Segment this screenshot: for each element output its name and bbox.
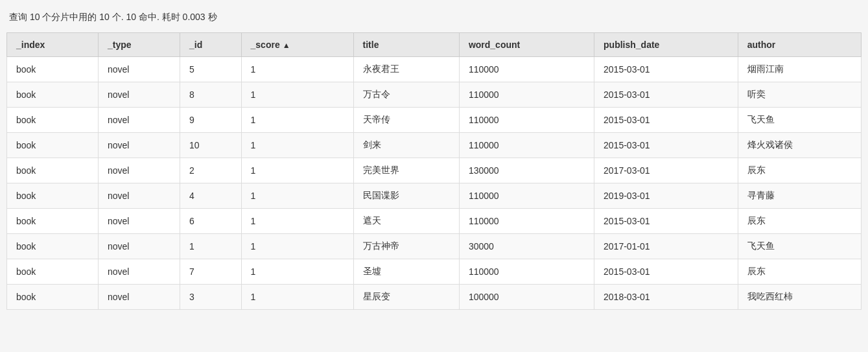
column-header-title: title [353, 33, 459, 57]
table-row: booknovel41民国谍影1100002019-03-01寻青藤 [7, 183, 862, 209]
cell-author: 听奕 [738, 82, 861, 108]
cell-_id: 4 [180, 183, 241, 209]
cell-_type: novel [98, 234, 180, 259]
table-row: booknovel61遮天1100002015-03-01辰东 [7, 209, 862, 234]
cell-word_count: 30000 [459, 234, 594, 259]
cell-word_count: 110000 [459, 108, 594, 133]
cell-_id: 7 [180, 259, 241, 285]
cell-_id: 9 [180, 108, 241, 133]
cell-_score: 1 [241, 57, 353, 82]
cell-publish_date: 2017-03-01 [594, 158, 738, 183]
cell-publish_date: 2018-03-01 [594, 285, 738, 310]
cell-_id: 8 [180, 82, 241, 108]
cell-_type: novel [98, 183, 180, 209]
cell-word_count: 110000 [459, 82, 594, 108]
cell-word_count: 100000 [459, 285, 594, 310]
cell-word_count: 110000 [459, 259, 594, 285]
cell-title: 遮天 [353, 209, 459, 234]
cell-title: 天帝传 [353, 108, 459, 133]
cell-title: 万古神帝 [353, 234, 459, 259]
table-row: booknovel81万古令1100002015-03-01听奕 [7, 82, 862, 108]
cell-publish_date: 2015-03-01 [594, 82, 738, 108]
cell-_index: book [7, 82, 99, 108]
cell-_type: novel [98, 133, 180, 158]
column-header-_type: _type [98, 33, 180, 57]
cell-_score: 1 [241, 108, 353, 133]
cell-publish_date: 2015-03-01 [594, 209, 738, 234]
cell-_index: book [7, 259, 99, 285]
cell-title: 民国谍影 [353, 183, 459, 209]
cell-_score: 1 [241, 285, 353, 310]
cell-_type: novel [98, 209, 180, 234]
cell-_index: book [7, 285, 99, 310]
cell-_type: novel [98, 158, 180, 183]
cell-_index: book [7, 57, 99, 82]
cell-author: 辰东 [738, 209, 861, 234]
column-header-_id: _id [180, 33, 241, 57]
cell-_score: 1 [241, 183, 353, 209]
cell-author: 烟雨江南 [738, 57, 861, 82]
cell-_index: book [7, 108, 99, 133]
cell-_index: book [7, 234, 99, 259]
cell-publish_date: 2019-03-01 [594, 183, 738, 209]
cell-_score: 1 [241, 209, 353, 234]
table-body: booknovel51永夜君王1100002015-03-01烟雨江南bookn… [7, 57, 862, 310]
cell-_index: book [7, 183, 99, 209]
cell-publish_date: 2015-03-01 [594, 133, 738, 158]
cell-_score: 1 [241, 259, 353, 285]
cell-_id: 3 [180, 285, 241, 310]
cell-_score: 1 [241, 133, 353, 158]
cell-author: 飞天鱼 [738, 108, 861, 133]
cell-title: 完美世界 [353, 158, 459, 183]
cell-word_count: 110000 [459, 133, 594, 158]
table-row: booknovel101剑来1100002015-03-01烽火戏诸侯 [7, 133, 862, 158]
cell-_id: 5 [180, 57, 241, 82]
cell-author: 辰东 [738, 158, 861, 183]
cell-title: 万古令 [353, 82, 459, 108]
cell-_index: book [7, 133, 99, 158]
cell-_id: 1 [180, 234, 241, 259]
cell-author: 我吃西红柿 [738, 285, 861, 310]
cell-_id: 10 [180, 133, 241, 158]
cell-author: 寻青藤 [738, 183, 861, 209]
cell-_type: novel [98, 108, 180, 133]
cell-word_count: 110000 [459, 209, 594, 234]
cell-publish_date: 2017-01-01 [594, 234, 738, 259]
cell-word_count: 110000 [459, 57, 594, 82]
cell-_type: novel [98, 259, 180, 285]
table-row: booknovel21完美世界1300002017-03-01辰东 [7, 158, 862, 183]
cell-author: 烽火戏诸侯 [738, 133, 861, 158]
column-header-word_count: word_count [459, 33, 594, 57]
cell-_id: 6 [180, 209, 241, 234]
table-row: booknovel11万古神帝300002017-01-01飞天鱼 [7, 234, 862, 259]
cell-title: 星辰变 [353, 285, 459, 310]
cell-publish_date: 2015-03-01 [594, 57, 738, 82]
cell-title: 永夜君王 [353, 57, 459, 82]
cell-_score: 1 [241, 82, 353, 108]
cell-_id: 2 [180, 158, 241, 183]
table-header-row: _index_type_id_score▲titleword_countpubl… [7, 33, 862, 57]
cell-publish_date: 2015-03-01 [594, 108, 738, 133]
cell-_index: book [7, 158, 99, 183]
cell-_type: novel [98, 82, 180, 108]
cell-author: 辰东 [738, 259, 861, 285]
cell-word_count: 110000 [459, 183, 594, 209]
cell-_score: 1 [241, 234, 353, 259]
cell-_type: novel [98, 285, 180, 310]
table-row: booknovel51永夜君王1100002015-03-01烟雨江南 [7, 57, 862, 82]
table-container: _index_type_id_score▲titleword_countpubl… [6, 32, 862, 310]
table-row: booknovel31星辰变1000002018-03-01我吃西红柿 [7, 285, 862, 310]
cell-_index: book [7, 209, 99, 234]
table-row: booknovel91天帝传1100002015-03-01飞天鱼 [7, 108, 862, 133]
cell-title: 圣墟 [353, 259, 459, 285]
query-info: 查询 10 个分片中用的 10 个. 10 命中. 耗时 0.003 秒 [6, 6, 862, 29]
results-table: _index_type_id_score▲titleword_countpubl… [6, 32, 862, 310]
cell-publish_date: 2015-03-01 [594, 259, 738, 285]
table-row: booknovel71圣墟1100002015-03-01辰东 [7, 259, 862, 285]
cell-word_count: 130000 [459, 158, 594, 183]
cell-_score: 1 [241, 158, 353, 183]
column-header-publish_date: publish_date [594, 33, 738, 57]
sort-arrow-_score: ▲ [283, 41, 290, 50]
column-header-_score[interactable]: _score▲ [241, 33, 353, 57]
cell-author: 飞天鱼 [738, 234, 861, 259]
